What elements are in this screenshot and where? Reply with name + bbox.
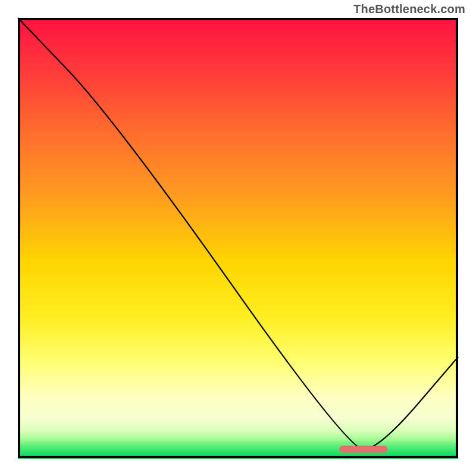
bottleneck-curve bbox=[18, 18, 458, 449]
watermark-text: TheBottleneck.com bbox=[353, 2, 465, 16]
optimal-range-marker bbox=[339, 446, 387, 453]
overlay-svg bbox=[18, 18, 458, 458]
chart-container: TheBottleneck.com bbox=[0, 0, 476, 476]
plot-area bbox=[18, 18, 458, 458]
